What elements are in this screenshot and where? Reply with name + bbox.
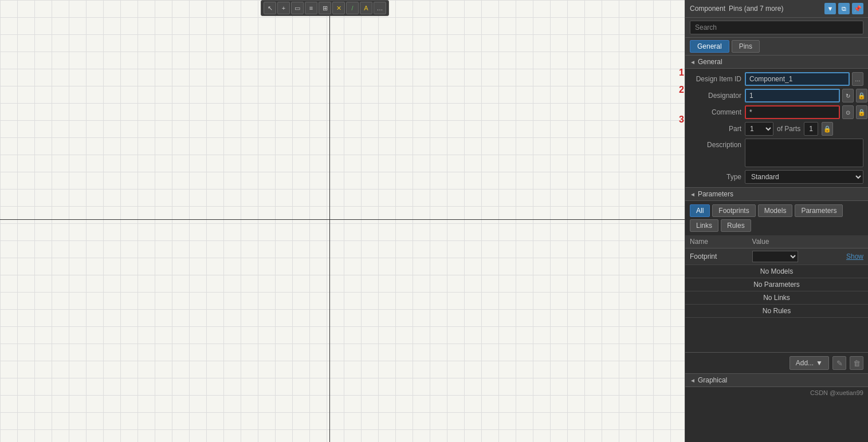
footprint-name: Footprint — [685, 248, 748, 265]
type-label: Type — [690, 173, 741, 181]
parameters-section: ◄ Parameters All Footprints Models Param… — [685, 187, 868, 373]
add-dropdown-arrow: ▼ — [816, 359, 823, 367]
general-section-title: General — [698, 58, 722, 66]
filter-parameters-btn[interactable]: Parameters — [795, 204, 843, 217]
parameters-table: Name Value Footprint Show — [685, 235, 868, 318]
col-value: Value — [748, 235, 842, 248]
no-links-label: No Links — [685, 291, 868, 305]
filter-all-btn[interactable]: All — [690, 204, 710, 217]
delete-btn[interactable]: 🗑 — [850, 356, 863, 370]
footprint-value — [748, 248, 842, 265]
of-parts-value: 1 — [804, 122, 818, 136]
canvas-area[interactable]: ↖ + ▭ ≡ ⊞ ✕ / A … 1 2 3 ➡ ➡ ➡ — [0, 0, 685, 442]
footprint-show: Show — [842, 248, 868, 265]
of-parts-label: of Parts — [777, 125, 800, 133]
pin-btn[interactable]: 📌 — [852, 3, 863, 14]
filter-btn-group: All Footprints Models Parameters Links R… — [685, 201, 868, 235]
no-parameters-label: No Parameters — [685, 278, 868, 291]
add-label: Add... — [796, 359, 814, 367]
panel-header: Component Pins (and 7 more) ▼ ⧉ 📌 — [685, 0, 868, 18]
bottom-toolbar: Add... ▼ ✎ 🗑 — [685, 352, 868, 373]
header-icons: ▼ ⧉ 📌 — [824, 3, 863, 14]
general-section-header: ◄ General — [685, 56, 868, 69]
annotation-1: 1 — [679, 68, 684, 78]
designator-sync-btn[interactable]: ↻ — [842, 89, 854, 102]
col-name: Name — [685, 235, 748, 248]
comment-lock-btn[interactable]: 🔒 — [856, 105, 867, 119]
annotation-3: 3 — [679, 115, 684, 125]
part-label: Part — [690, 125, 741, 133]
part-select[interactable]: 1 — [745, 122, 773, 136]
drawing-toolbar: ↖ + ▭ ≡ ⊞ ✕ / A … — [261, 0, 389, 16]
no-models-row: No Models — [685, 265, 868, 278]
designator-input[interactable] — [745, 89, 840, 102]
description-textarea[interactable] — [745, 139, 863, 167]
comment-row: Comment ⊙ 🔒 — [690, 105, 863, 119]
part-lock-btn[interactable]: 🔒 — [822, 122, 833, 136]
design-item-id-value: … — [745, 72, 863, 86]
design-item-id-input[interactable] — [745, 72, 850, 86]
no-models-label: No Models — [685, 265, 868, 278]
annotation-2: 2 — [679, 85, 684, 95]
part-row: Part 1 of Parts 1 🔒 — [690, 122, 863, 136]
description-row: Description — [690, 139, 863, 167]
comment-clock-btn[interactable]: ⊙ — [842, 105, 854, 119]
designator-label: Designator — [690, 92, 741, 100]
filter-links-btn[interactable]: Links — [690, 219, 718, 232]
design-item-id-row: Design Item ID … — [690, 72, 863, 86]
panel-title: Component — [690, 5, 725, 13]
description-value — [745, 139, 863, 167]
type-value: Standard Power — [745, 170, 863, 184]
search-input[interactable] — [690, 21, 863, 34]
canvas-grid — [0, 0, 685, 442]
toolbar-cursor-btn[interactable]: ↖ — [264, 2, 276, 14]
design-item-id-btn[interactable]: … — [852, 72, 863, 86]
graphical-section-title: Graphical — [698, 376, 727, 384]
toolbar-add-btn[interactable]: + — [277, 2, 290, 14]
toolbar-text-btn[interactable]: A — [360, 2, 372, 14]
toolbar-pin-btn[interactable]: ✕ — [332, 2, 345, 14]
footprint-dropdown[interactable] — [752, 251, 798, 262]
graphical-section-header: ◄ Graphical — [685, 374, 868, 387]
parameters-section-title: Parameters — [698, 190, 733, 198]
add-btn[interactable]: Add... ▼ — [790, 356, 829, 370]
type-select[interactable]: Standard Power — [745, 170, 863, 184]
tab-pins[interactable]: Pins — [732, 40, 760, 53]
panel-pins-label: Pins (and 7 more) — [729, 5, 783, 13]
designator-row: Designator ↻ 🔒 — [690, 89, 863, 102]
filter-footprints-btn[interactable]: Footprints — [712, 204, 755, 217]
tab-bar: General Pins — [685, 38, 868, 56]
no-links-row: No Links — [685, 291, 868, 305]
general-arrow-icon: ◄ — [690, 59, 696, 65]
filter-models-btn[interactable]: Models — [758, 204, 793, 217]
filter-rules-btn[interactable]: Rules — [721, 219, 751, 232]
col-actions — [842, 235, 868, 248]
footprint-show-link[interactable]: Show — [846, 252, 863, 261]
toolbar-line-btn[interactable]: ≡ — [305, 2, 317, 14]
filter-btn[interactable]: ▼ — [824, 3, 836, 14]
comment-value: ⊙ 🔒 — [745, 105, 867, 119]
comment-input[interactable] — [745, 105, 840, 119]
no-rules-label: No Rules — [685, 305, 868, 318]
toolbar-connect-btn[interactable]: ⊞ — [319, 2, 331, 14]
designator-lock-btn[interactable]: 🔒 — [856, 89, 867, 102]
search-box — [685, 18, 868, 38]
graphical-arrow-icon: ◄ — [690, 377, 696, 384]
edit-btn[interactable]: ✎ — [832, 356, 846, 370]
property-grid: Design Item ID … Designator ↻ 🔒 Comment … — [685, 69, 868, 187]
graphical-section: ◄ Graphical — [685, 373, 868, 387]
designator-value: ↻ 🔒 — [745, 89, 867, 102]
toolbar-wire-btn[interactable]: / — [346, 2, 359, 14]
footprint-row: Footprint Show — [685, 248, 868, 265]
type-row: Type Standard Power — [690, 170, 863, 184]
description-label: Description — [690, 139, 741, 149]
right-panel: Component Pins (and 7 more) ▼ ⧉ 📌 Genera… — [685, 0, 868, 442]
toolbar-rect-btn[interactable]: ▭ — [291, 2, 304, 14]
parameters-section-header: ◄ Parameters — [685, 188, 868, 201]
tab-general[interactable]: General — [690, 40, 729, 53]
copy-btn[interactable]: ⧉ — [838, 3, 850, 14]
parameters-arrow-icon: ◄ — [690, 191, 696, 198]
toolbar-more-btn[interactable]: … — [374, 2, 386, 14]
comment-label: Comment — [690, 108, 741, 116]
part-value: 1 of Parts 1 🔒 — [745, 122, 863, 136]
